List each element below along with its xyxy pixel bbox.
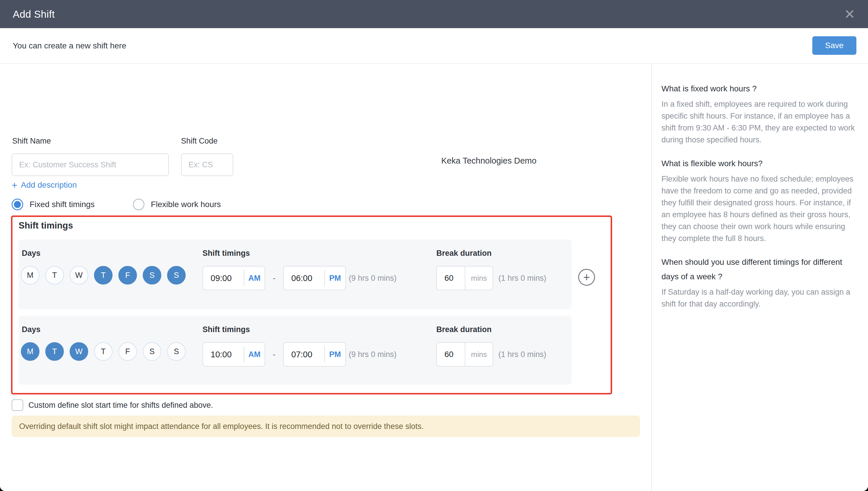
break-value[interactable]: 60 bbox=[437, 343, 465, 366]
help-section-flexible-hours: What is flexible work hours? Flexible wo… bbox=[661, 156, 859, 244]
plus-icon: + bbox=[11, 180, 18, 190]
timings-row: 10:00 AM - 07:00 PM (9 hrs 0 mins) bbox=[202, 342, 397, 367]
end-meridiem-toggle[interactable]: PM bbox=[325, 350, 345, 359]
break-unit[interactable]: mins bbox=[465, 343, 493, 366]
shift-type-radios: Fixed shift timings Flexible work hours bbox=[11, 199, 221, 210]
time-range-separator: - bbox=[265, 350, 283, 359]
break-value[interactable]: 60 bbox=[437, 266, 465, 290]
modal-description: You can create a new shift here bbox=[13, 41, 126, 51]
timings-label: Shift timings bbox=[202, 325, 250, 334]
day-toggle-mon[interactable]: M bbox=[21, 342, 39, 361]
end-time-value[interactable]: 07:00 bbox=[284, 350, 324, 359]
radio-unselected-icon[interactable] bbox=[133, 199, 144, 210]
break-caption: (1 hrs 0 mins) bbox=[498, 274, 546, 283]
shift-timings-heading: Shift timings bbox=[19, 221, 73, 231]
day-toggle-sun[interactable]: S bbox=[167, 266, 186, 285]
warning-text: Overriding default shift slot might impa… bbox=[19, 422, 424, 431]
day-toggle-sat[interactable]: S bbox=[143, 266, 161, 285]
break-duration-label: Break duration bbox=[436, 325, 492, 334]
help-section-fixed-hours: What is fixed work hours ? In a fixed sh… bbox=[661, 82, 859, 146]
days-label: Days bbox=[22, 249, 40, 258]
start-meridiem-toggle[interactable]: AM bbox=[244, 350, 265, 359]
start-time-input[interactable]: 10:00 AM bbox=[202, 342, 265, 367]
end-time-value[interactable]: 06:00 bbox=[284, 273, 324, 283]
break-row: 60 mins (1 hrs 0 mins) bbox=[436, 266, 546, 290]
break-duration-label: Break duration bbox=[436, 249, 492, 258]
timings-label: Shift timings bbox=[202, 249, 250, 258]
custom-slot-label: Custom define slot start time for shifts… bbox=[28, 401, 213, 410]
save-button[interactable]: Save bbox=[812, 36, 857, 55]
shift-name-input[interactable] bbox=[11, 153, 169, 176]
shift-row: Days M T W T F S S Shift timings 09:00 A… bbox=[19, 239, 572, 309]
radio-flexible-work-hours[interactable]: Flexible work hours bbox=[133, 199, 221, 210]
help-panel: What is fixed work hours ? In a fixed sh… bbox=[651, 64, 868, 491]
shift-code-label: Shift Code bbox=[181, 137, 218, 146]
close-icon[interactable]: ✕ bbox=[844, 7, 855, 21]
shift-name-label: Shift Name bbox=[12, 137, 51, 146]
start-meridiem-toggle[interactable]: AM bbox=[244, 274, 265, 283]
day-toggle-sat[interactable]: S bbox=[143, 342, 161, 361]
day-toggle-mon[interactable]: M bbox=[21, 266, 39, 285]
day-toggle-thu[interactable]: T bbox=[94, 266, 113, 285]
break-caption: (1 hrs 0 mins) bbox=[498, 350, 546, 359]
modal-header: Add Shift ✕ bbox=[0, 0, 868, 28]
start-time-value[interactable]: 09:00 bbox=[203, 273, 244, 283]
day-toggle-fri[interactable]: F bbox=[118, 266, 137, 285]
timings-row: 09:00 AM - 06:00 PM (9 hrs 0 mins) bbox=[202, 266, 397, 290]
end-time-input[interactable]: 06:00 PM bbox=[283, 266, 346, 290]
duration-caption: (9 hrs 0 mins) bbox=[349, 350, 397, 359]
help-section-different-timings: When should you use different timings fo… bbox=[661, 255, 859, 310]
add-description-label: Add description bbox=[21, 180, 77, 190]
help-body: In a fixed shift, employees are required… bbox=[661, 98, 859, 146]
end-meridiem-toggle[interactable]: PM bbox=[325, 274, 345, 283]
day-toggle-thu[interactable]: T bbox=[94, 342, 113, 361]
modal-subheader: You can create a new shift here Save bbox=[0, 28, 868, 64]
time-range-separator: - bbox=[265, 273, 283, 283]
radio-label: Fixed shift timings bbox=[30, 200, 94, 209]
break-unit[interactable]: mins bbox=[465, 266, 493, 290]
radio-selected-icon[interactable] bbox=[11, 199, 23, 210]
add-description-link[interactable]: + Add description bbox=[11, 180, 77, 190]
form-area: Shift Name Shift Code Keka Technologies … bbox=[0, 64, 651, 491]
shift-code-input[interactable] bbox=[181, 153, 233, 176]
days-row: M T W T F S S bbox=[21, 266, 186, 285]
radio-label: Flexible work hours bbox=[151, 200, 221, 209]
start-time-value[interactable]: 10:00 bbox=[203, 350, 244, 359]
help-body: Flexible work hours have no fixed schedu… bbox=[661, 173, 859, 244]
day-toggle-sun[interactable]: S bbox=[167, 342, 186, 361]
radio-fixed-shift-timings[interactable]: Fixed shift timings bbox=[11, 199, 94, 210]
start-time-input[interactable]: 09:00 AM bbox=[202, 266, 265, 290]
help-title: What is flexible work hours? bbox=[661, 156, 859, 171]
end-time-input[interactable]: 07:00 PM bbox=[283, 342, 346, 367]
break-duration-input[interactable]: 60 mins bbox=[436, 266, 493, 290]
shift-timings-highlight-box: Shift timings Days M T W T F S S Shift t… bbox=[11, 215, 612, 395]
help-title: When should you use different timings fo… bbox=[661, 255, 859, 284]
plus-icon: + bbox=[583, 271, 590, 283]
days-label: Days bbox=[22, 325, 40, 334]
day-toggle-fri[interactable]: F bbox=[118, 342, 137, 361]
add-shift-modal: Add Shift ✕ You can create a new shift h… bbox=[0, 0, 868, 491]
page-title: Add Shift bbox=[13, 8, 55, 20]
day-toggle-wed[interactable]: W bbox=[69, 342, 88, 361]
break-row: 60 mins (1 hrs 0 mins) bbox=[436, 342, 546, 367]
help-title: What is fixed work hours ? bbox=[661, 82, 859, 96]
custom-slot-checkbox[interactable] bbox=[11, 399, 23, 411]
custom-slot-row: Custom define slot start time for shifts… bbox=[11, 399, 213, 411]
company-name: Keka Technologies Demo bbox=[441, 156, 537, 166]
break-duration-input[interactable]: 60 mins bbox=[436, 342, 493, 367]
day-toggle-tue[interactable]: T bbox=[45, 266, 64, 285]
day-toggle-tue[interactable]: T bbox=[45, 342, 64, 361]
warning-banner: Overriding default shift slot might impa… bbox=[11, 415, 640, 437]
days-row: M T W T F S S bbox=[21, 342, 186, 361]
add-shift-row-button[interactable]: + bbox=[578, 269, 595, 286]
help-body: If Saturday is a half-day working day, y… bbox=[661, 286, 859, 310]
day-toggle-wed[interactable]: W bbox=[69, 266, 88, 285]
shift-row: Days M T W T F S S Shift timings 10:00 A… bbox=[19, 316, 572, 384]
duration-caption: (9 hrs 0 mins) bbox=[349, 274, 397, 283]
